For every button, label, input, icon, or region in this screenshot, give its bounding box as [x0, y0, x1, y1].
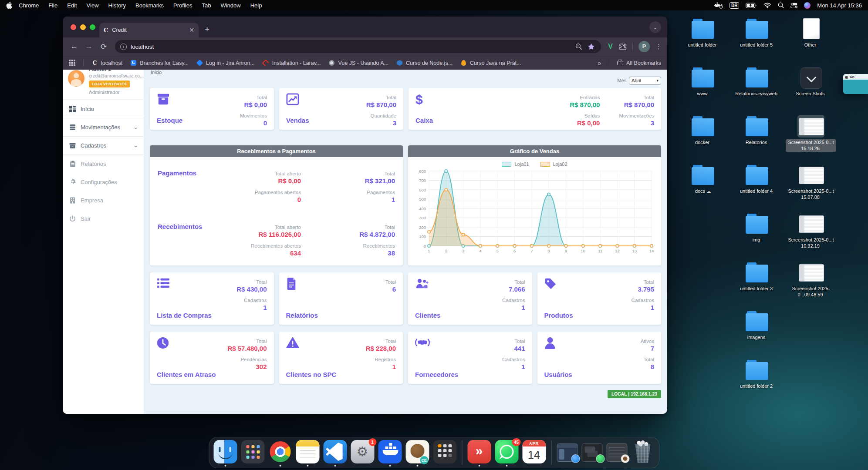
- zoom-out-icon[interactable]: [575, 43, 582, 50]
- dock-vscode[interactable]: [323, 440, 347, 465]
- menu-item[interactable]: Edit: [62, 2, 81, 9]
- menu-item[interactable]: Bookmarks: [131, 2, 169, 9]
- desktop-icon[interactable]: untitled folder 2: [730, 359, 784, 407]
- bookmark-jira[interactable]: Log in - Jira Anron...: [196, 60, 255, 66]
- menu-item[interactable]: History: [104, 2, 131, 9]
- dock-minimized-window-3[interactable]: [606, 440, 627, 465]
- reload-button[interactable]: ⟳: [98, 42, 110, 51]
- address-bar[interactable]: i localhost: [115, 40, 601, 53]
- desktop-icon[interactable]: img: [730, 212, 784, 261]
- browser-menu-icon[interactable]: ⋮: [655, 43, 662, 50]
- pagamentos-group[interactable]: Pagamentos Total abertoR$ 0,00 Pagamento…: [158, 169, 395, 204]
- desktop-icon[interactable]: untitled folder 5: [730, 17, 784, 66]
- card-lista-compras[interactable]: Lista de Compras TotalR$ 430,00 Cadastro…: [150, 272, 274, 325]
- bookmark-nodejs[interactable]: Curso de Node.js...: [396, 60, 453, 66]
- card-clientes-spc[interactable]: Clientes no SPC TotalR$ 228,00 Registros…: [279, 332, 403, 384]
- desktop-icon[interactable]: Screenshot 2025-0...t 10.32.19: [784, 212, 838, 261]
- card-vendas[interactable]: Vendas TotalR$ 870,00 Quantidade3: [279, 88, 403, 130]
- bookmark-branches[interactable]: Branches for Easy...: [130, 60, 189, 66]
- sidebar-item-relatorios[interactable]: Relatórios: [63, 154, 144, 173]
- spotlight-search-icon[interactable]: [778, 2, 784, 8]
- card-produtos[interactable]: Produtos Total3.795 Cadastros1: [537, 272, 662, 325]
- menu-item[interactable]: Window: [216, 2, 245, 9]
- dock-minimized-window-2[interactable]: [581, 440, 602, 465]
- desktop-icon[interactable]: docs☁: [676, 164, 730, 212]
- card-clientes-atraso[interactable]: Clientes em Atraso TotalR$ 57.480,00 Pen…: [150, 332, 274, 384]
- bookmark-laravel[interactable]: Installation - Larav...: [263, 60, 321, 66]
- desktop-icon[interactable]: untitled folder 4: [730, 164, 784, 212]
- dock-minimized-window-1[interactable]: [557, 440, 578, 465]
- month-select[interactable]: Abril▾: [629, 77, 661, 85]
- battery-icon[interactable]: [746, 3, 757, 8]
- input-source-badge[interactable]: BR: [730, 2, 739, 9]
- tab-search-button[interactable]: ⌄: [649, 21, 661, 33]
- tab-credit[interactable]: C Credit ✕: [99, 23, 199, 37]
- menu-item[interactable]: Tab: [197, 2, 216, 9]
- all-bookmarks-button[interactable]: All Bookmarks: [617, 60, 661, 66]
- dock-whatsapp[interactable]: 45: [495, 440, 518, 465]
- desktop-icon[interactable]: imagens: [730, 310, 784, 359]
- side-panel-icon[interactable]: [69, 60, 75, 66]
- vue-devtools-icon[interactable]: V: [608, 43, 613, 50]
- site-info-icon[interactable]: i: [120, 44, 127, 50]
- desktop-icon[interactable]: docker: [676, 115, 730, 164]
- chart-legend-item[interactable]: Loja02: [540, 161, 567, 167]
- extensions-icon[interactable]: [618, 43, 627, 51]
- desktop-icon[interactable]: Other: [784, 17, 838, 66]
- card-clientes[interactable]: Clientes Total7.066 Cadastros1: [408, 272, 532, 325]
- control-center-icon[interactable]: [790, 3, 797, 8]
- dock-calculator[interactable]: [433, 440, 456, 465]
- profile-avatar[interactable]: P: [638, 41, 650, 52]
- desktop-icon[interactable]: untitled folder 3: [730, 261, 784, 310]
- menu-item[interactable]: Chrome: [14, 2, 44, 9]
- dock-notes[interactable]: [296, 440, 319, 465]
- sidebar-item-configuracoes[interactable]: Configurações: [63, 173, 144, 191]
- desktop-icon[interactable]: Relatorios: [730, 115, 784, 164]
- dock-calendar[interactable]: APR14: [522, 440, 546, 465]
- menu-item[interactable]: View: [82, 2, 104, 9]
- siri-icon[interactable]: [804, 2, 811, 9]
- dock-launchpad[interactable]: [241, 440, 264, 465]
- docker-status-icon[interactable]: !: [714, 2, 723, 9]
- group-title[interactable]: Recebimentos: [158, 223, 203, 257]
- dock-dbeaver[interactable]: CE: [405, 440, 429, 465]
- zoom-window-button[interactable]: [90, 24, 95, 30]
- group-title[interactable]: Pagamentos: [158, 169, 196, 204]
- back-button[interactable]: ←: [68, 42, 80, 51]
- menu-bar-clock[interactable]: Mon 14 Apr 15:36: [817, 2, 862, 9]
- sidebar-item-inicio[interactable]: Início: [63, 100, 144, 118]
- dock-trash[interactable]: [631, 440, 655, 465]
- card-caixa[interactable]: $ Caixa EntradasR$ 870,00 SaídasR$ 0,00 …: [409, 88, 661, 130]
- desktop-icon[interactable]: Screenshot 2025-0...t 15.18.26: [784, 115, 838, 164]
- bookmark-localhost[interactable]: Clocalhost: [91, 60, 122, 66]
- sidebar-item-cadastros[interactable]: Cadastros ⌄: [63, 136, 144, 154]
- card-relatorios[interactable]: Relatórios Total6: [279, 272, 403, 325]
- url-text[interactable]: localhost: [131, 44, 571, 50]
- dock-docker[interactable]: [378, 440, 402, 465]
- user-avatar[interactable]: [68, 70, 84, 87]
- bookmarks-overflow-chevron[interactable]: »: [598, 60, 601, 67]
- forward-button[interactable]: →: [83, 42, 95, 51]
- desktop-icon[interactable]: Relatorios-easyweb: [730, 66, 784, 115]
- bookmark-java[interactable]: Curso Java na Prát...: [460, 60, 521, 66]
- dock-finder[interactable]: [213, 440, 237, 465]
- apple-menu-icon[interactable]: [6, 2, 12, 9]
- desktop-icon[interactable]: Screen Shots: [784, 66, 838, 115]
- recebimentos-group[interactable]: Recebimentos Total abertoR$ 116.026,00 R…: [158, 223, 395, 257]
- sidebar-item-sair[interactable]: Sair: [63, 209, 144, 228]
- desktop-icon[interactable]: Screenshot 2025-0...t 15.07.08: [784, 164, 838, 212]
- close-window-button[interactable]: [71, 24, 76, 30]
- partial-background-window[interactable]: Ch: [843, 74, 868, 94]
- tab-close-icon[interactable]: ✕: [189, 27, 194, 33]
- menu-item[interactable]: File: [44, 2, 62, 9]
- sidebar-item-movimentacoes[interactable]: Movimentações ⌄: [63, 118, 144, 136]
- new-tab-button[interactable]: +: [205, 25, 209, 34]
- desktop-icon[interactable]: untitled folder: [676, 17, 730, 66]
- bookmark-vuejs[interactable]: Vue JS - Usando A...: [328, 60, 388, 66]
- sidebar-item-empresa[interactable]: Empresa: [63, 191, 144, 209]
- dock-settings[interactable]: ⚙1: [351, 440, 374, 465]
- dock-chrome[interactable]: [268, 440, 292, 465]
- menu-item[interactable]: Profiles: [169, 2, 197, 9]
- card-usuarios[interactable]: Usuários Ativos7 Total8: [537, 332, 662, 384]
- menu-item[interactable]: Help: [246, 2, 267, 9]
